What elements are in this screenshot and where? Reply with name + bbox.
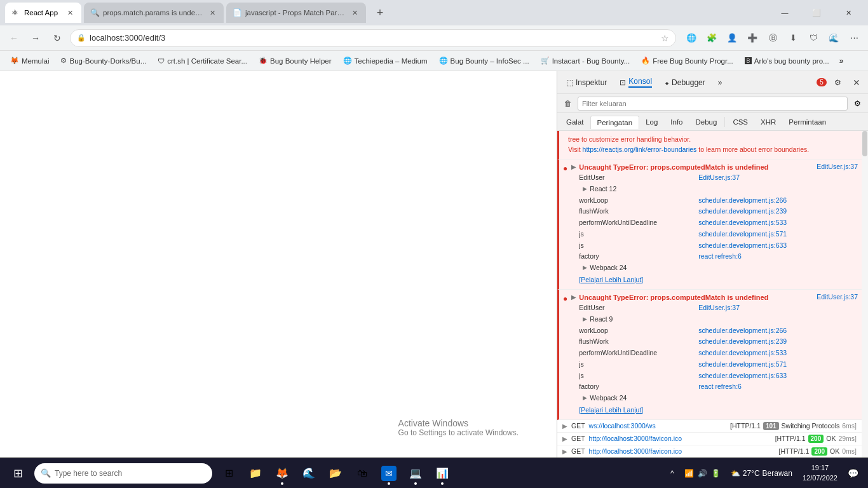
react-expand-1[interactable]: ▶ React 12	[571, 184, 858, 195]
weather-widget[interactable]: ⛅ 27°C Berawan	[727, 459, 796, 487]
error-expand-1[interactable]: ▶	[571, 162, 576, 172]
stack-loc-factory1[interactable]: react refresh:6	[698, 252, 742, 262]
error-expand-2[interactable]: ▶	[571, 292, 576, 302]
maximize-button[interactable]: ⬜	[802, 3, 831, 23]
error-boundaries-link[interactable]: https://reactjs.org/link/error-boundarie…	[583, 146, 697, 153]
taskbar-task-view[interactable]: ⊞	[216, 459, 241, 487]
tab-javascript[interactable]: 📄 javascript - Props Match Para... ✕	[226, 3, 366, 23]
taskbar-edge[interactable]: 🌊	[296, 459, 322, 487]
devtools-more-btn[interactable]: »	[713, 76, 728, 89]
net-url-1[interactable]: http://localhost:3000/favicon.ico	[589, 435, 682, 442]
bookmark-bug-bounty[interactable]: ⚙ Bug-Bounty-Dorks/Bu...	[55, 55, 151, 67]
stack-loc-perform1[interactable]: scheduler.development.js:533	[698, 218, 787, 228]
devtools-settings-btn[interactable]: ⚙	[829, 76, 846, 89]
system-tray-icons[interactable]: 📶 🔊 🔋	[681, 459, 724, 487]
level-tab-debug[interactable]: Debug	[689, 116, 724, 128]
notification-button[interactable]: 💬	[844, 459, 862, 487]
bing-icon[interactable]: Ⓑ	[764, 29, 782, 47]
system-clock[interactable]: 19:17 12/07/2022	[799, 459, 841, 487]
taskbar-search[interactable]: 🔍 Type here to search	[34, 463, 212, 484]
bookmark-free-bounty[interactable]: 🔥 Free Bug Bounty Progr...	[636, 55, 738, 67]
menu-icon[interactable]: ⋯	[845, 29, 863, 47]
stack-loc-flushwork2[interactable]: scheduler.development.js:239	[698, 337, 787, 347]
learn-more-link-1[interactable]: [Pelajari Lebih Lanjut]	[571, 274, 651, 287]
taskbar-vscode[interactable]: 💻	[403, 459, 428, 487]
tab-close-react[interactable]: ✕	[65, 8, 75, 18]
start-button[interactable]: ⊞	[3, 458, 33, 489]
level-tab-log[interactable]: Log	[639, 116, 664, 128]
download-icon[interactable]: ⬇	[784, 29, 802, 47]
net-expand-2[interactable]: ▶	[562, 448, 567, 455]
trash-icon[interactable]: 🗑	[561, 97, 575, 111]
net-expand-1[interactable]: ▶	[562, 435, 567, 442]
stack-loc-js2a[interactable]: scheduler.development.js:571	[698, 360, 787, 370]
edge-icon[interactable]: 🌊	[825, 29, 843, 47]
stack-loc-perform2[interactable]: scheduler.development.js:533	[698, 348, 787, 358]
level-tab-xhr[interactable]: XHR	[754, 116, 782, 128]
tab-react-app[interactable]: ⚛ React App ✕	[5, 3, 81, 23]
learn-more-link-2[interactable]: [Pelajari Lebih Lanjut]	[571, 404, 651, 417]
stack-loc-workloop1[interactable]: scheduler.development.js:266	[698, 196, 787, 206]
net-url-0[interactable]: ws://localhost:3000/ws	[589, 422, 656, 430]
translate-icon[interactable]: 🌐	[682, 29, 700, 47]
level-tab-css[interactable]: CSS	[726, 116, 754, 128]
taskbar-store[interactable]: 🛍	[349, 459, 375, 487]
level-tab-request[interactable]: Permintaan	[782, 116, 832, 128]
bookmark-infosec[interactable]: 🌐 Bug Bounty – InfoSec ...	[434, 55, 534, 67]
error-source-2[interactable]: EditUser.js:37	[817, 292, 858, 302]
system-tray-hidden[interactable]: ^	[667, 459, 678, 487]
bookmark-techiepedia[interactable]: 🌐 Techiepedia – Medium	[338, 55, 433, 67]
stack-loc-js1a[interactable]: scheduler.development.js:571	[698, 229, 787, 240]
taskbar-mail[interactable]: ✉	[376, 459, 402, 487]
net-expand-0[interactable]: ▶	[562, 423, 567, 430]
close-button[interactable]: ✕	[834, 3, 863, 23]
stack-loc-edituser2[interactable]: EditUser.js:37	[698, 303, 740, 313]
level-tab-warning[interactable]: Peringatan	[590, 116, 640, 129]
stack-loc-js2b[interactable]: scheduler.development.js:633	[698, 371, 787, 381]
bookmark-crtsh[interactable]: 🛡 crt.sh | Certificate Sear...	[153, 55, 252, 67]
react-expand-2[interactable]: ▶ React 9	[571, 314, 858, 325]
tab-close-3[interactable]: ✕	[349, 8, 360, 18]
console-scrollbar[interactable]	[862, 131, 868, 488]
devtools-console-btn[interactable]: ⊡ Konsol	[614, 75, 657, 90]
level-tab-error[interactable]: Galat	[560, 116, 590, 128]
taskbar-file-explorer[interactable]: 📁	[243, 459, 268, 487]
bookmark-memulai[interactable]: 🦊 Memulai	[5, 55, 54, 67]
taskbar-files[interactable]: 📂	[323, 459, 348, 487]
profile-icon[interactable]: 👤	[723, 29, 741, 47]
new-tab-button[interactable]: +	[371, 4, 389, 22]
forward-button[interactable]: →	[27, 29, 44, 47]
error-source-1[interactable]: EditUser.js:37	[817, 162, 858, 172]
bookmark-more[interactable]: »	[836, 55, 848, 67]
scrollbar-thumb[interactable]	[862, 131, 867, 156]
taskbar-powerpoint[interactable]: 📊	[430, 459, 455, 487]
star-icon[interactable]: ☆	[661, 33, 669, 43]
devtools-inspect-btn[interactable]: ⬚ Inspektur	[561, 76, 612, 89]
bookmark-arlo[interactable]: 🅱 Arlo's bug bounty pro...	[740, 55, 834, 67]
tab-close-2[interactable]: ✕	[207, 8, 217, 18]
level-tab-info[interactable]: Info	[664, 116, 689, 128]
stack-loc-1[interactable]: EditUser.js:37	[698, 173, 740, 183]
minimize-button[interactable]: —	[770, 3, 799, 23]
taskbar-firefox[interactable]: 🦊	[269, 459, 295, 487]
shield-icon[interactable]: 🛡	[804, 29, 822, 47]
add-extension-icon[interactable]: ➕	[743, 29, 761, 47]
refresh-button[interactable]: ↻	[48, 29, 66, 47]
net-url-2[interactable]: http://localhost:3000/favicon.ico	[589, 447, 682, 455]
stack-loc-flushwork1[interactable]: scheduler.development.js:239	[698, 207, 787, 217]
devtools-debugger-btn[interactable]: ⬥ Debugger	[660, 76, 710, 89]
webpack-expand-2[interactable]: ▶ Webpack 24	[571, 393, 858, 404]
stack-loc-factory2[interactable]: react refresh:6	[698, 382, 742, 392]
back-button[interactable]: ←	[5, 29, 23, 47]
address-bar[interactable]: 🔒 localhost:3000/edit/3 ☆	[70, 29, 676, 47]
bookmark-instacart[interactable]: 🛒 Instacart - Bug Bounty...	[536, 55, 635, 67]
bookmark-bug-helper[interactable]: 🐞 Bug Bounty Helper	[254, 55, 337, 67]
tab-props-match[interactable]: 🔍 props.match.params is undefin... ✕	[84, 3, 224, 23]
webpack-expand-1[interactable]: ▶ Webpack 24	[571, 262, 858, 274]
stack-loc-js1b[interactable]: scheduler.development.js:633	[698, 241, 787, 251]
filter-settings-icon[interactable]: ⚙	[850, 97, 864, 111]
extensions-icon[interactable]: 🧩	[703, 29, 721, 47]
console-filter-input[interactable]	[578, 97, 848, 111]
devtools-close-btn[interactable]: ✕	[849, 75, 864, 90]
stack-loc-workloop2[interactable]: scheduler.development.js:266	[698, 326, 787, 336]
